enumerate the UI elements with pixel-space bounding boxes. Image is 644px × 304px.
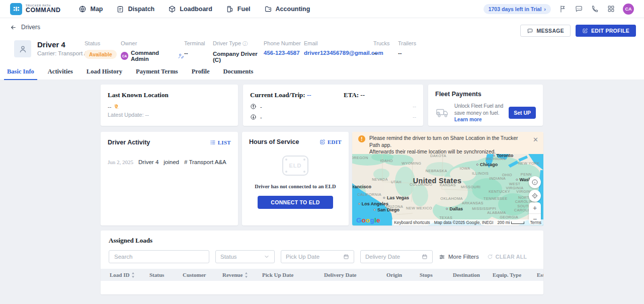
field-value: driver123456789@gmail.com bbox=[304, 50, 373, 56]
tab-basic-info[interactable]: Basic Info bbox=[7, 64, 34, 80]
edit-owner-icon[interactable] bbox=[178, 53, 184, 59]
clear-all-button[interactable]: CLEAR ALL bbox=[487, 254, 527, 260]
field-driver-type: Driver TypeⓘCompany Driver (C) bbox=[213, 40, 264, 63]
nav-item-loadboard[interactable]: Loadboard bbox=[168, 5, 212, 13]
map-state-label: KANSAS bbox=[440, 183, 456, 187]
field-label: Terminal bbox=[184, 40, 213, 46]
brand-main: COMMAND bbox=[26, 7, 60, 14]
map-state-label: UTAH bbox=[391, 180, 401, 184]
pickup-date-picker[interactable]: Pick Up Date bbox=[281, 250, 354, 263]
edit-profile-button[interactable]: EDIT PROFILE bbox=[576, 25, 636, 37]
map-icon bbox=[78, 5, 87, 13]
fleet-payments-card: Fleet Payments $ Unlock Fleet Fuel and s… bbox=[428, 85, 543, 126]
map-state-label: DAKOTA bbox=[430, 154, 446, 158]
back-arrow-icon bbox=[10, 24, 17, 31]
fuel-icon bbox=[226, 5, 234, 13]
page-header: Drivers MESSAGE EDIT PROFILE Driver 4 Ca… bbox=[0, 18, 644, 64]
flag-icon[interactable] bbox=[558, 5, 567, 13]
main-nav: MapDispatchLoadboardFuelAccounting bbox=[78, 5, 310, 13]
map-state-label: ARIZONA bbox=[385, 204, 403, 208]
keyboard-shortcuts[interactable]: Keyboard shortcuts bbox=[392, 219, 432, 225]
map-city-label: Chicago bbox=[476, 162, 498, 167]
status-select[interactable]: Status bbox=[215, 250, 275, 263]
nav-item-fuel[interactable]: Fuel bbox=[226, 5, 251, 13]
chat-icon[interactable] bbox=[575, 5, 583, 13]
city-dot bbox=[493, 155, 495, 157]
sort-icon[interactable] bbox=[131, 272, 135, 278]
nav-label: Map bbox=[90, 6, 103, 13]
zoom-in-button[interactable]: + bbox=[529, 202, 541, 214]
map-panel: ! Please remind the driver to turn on Sh… bbox=[352, 132, 543, 225]
back-to-drivers[interactable]: Drivers bbox=[10, 24, 40, 31]
brand-logo[interactable]: TRUCKER PATH COMMAND bbox=[10, 3, 60, 15]
field-value: Company Driver (C) bbox=[213, 51, 264, 63]
eta-label: ETA: -- bbox=[344, 91, 365, 99]
delivery-date-picker[interactable]: Delivery Date bbox=[360, 250, 433, 263]
tab-load-history[interactable]: Load History bbox=[87, 64, 122, 80]
map-state-label: IOWA bbox=[460, 166, 470, 171]
map-state-label: INDIANA bbox=[490, 176, 506, 181]
edit-hos-button[interactable]: EDIT bbox=[319, 139, 342, 145]
close-icon[interactable]: ✕ bbox=[533, 136, 538, 143]
map-info-button[interactable] bbox=[529, 176, 541, 188]
current-load-value: -- bbox=[307, 91, 311, 99]
stop-eta: -- bbox=[413, 114, 416, 120]
learn-more-link[interactable]: Learn more bbox=[454, 117, 481, 122]
message-button[interactable]: MESSAGE bbox=[520, 25, 571, 37]
nav-label: Loadboard bbox=[180, 6, 212, 13]
phone-icon[interactable] bbox=[591, 5, 599, 13]
map-locate-button[interactable] bbox=[529, 190, 541, 202]
loads-table-empty-row bbox=[101, 281, 543, 294]
column-stops: Stops bbox=[420, 272, 453, 278]
tab-payment-terms[interactable]: Payment Terms bbox=[136, 64, 178, 80]
map-city-label: San Diego bbox=[374, 207, 399, 212]
tab-profile[interactable]: Profile bbox=[192, 64, 210, 80]
column-customer: Customer bbox=[183, 272, 222, 278]
terms-link[interactable]: Terms bbox=[528, 219, 543, 225]
field-link[interactable]: driver123456789@gmail.com bbox=[304, 50, 383, 56]
map-state-label: ARKANSAS bbox=[462, 200, 484, 205]
hours-of-service-card: Hours of Service EDIT ELD Driver has not… bbox=[242, 132, 349, 225]
column-delivery-date: Delivery Date bbox=[324, 272, 386, 278]
map-state-label: OHIO bbox=[502, 173, 512, 177]
list-view-button[interactable]: LIST bbox=[210, 139, 231, 145]
nav-item-dispatch[interactable]: Dispatch bbox=[116, 5, 154, 13]
nav-label: Dispatch bbox=[128, 6, 154, 13]
info-icon: ⓘ bbox=[243, 41, 248, 46]
set-up-button[interactable]: Set UP bbox=[509, 107, 536, 119]
column-revenue[interactable]: Revenue bbox=[222, 272, 262, 278]
column-destination: Destination bbox=[453, 272, 493, 278]
field-trucks: Trucks-- bbox=[373, 40, 398, 63]
map-city-label: Los Angeles bbox=[358, 201, 388, 206]
field-link[interactable]: 456-123-4587 bbox=[264, 50, 300, 56]
activity-entry: Jun 2, 2025 Driver 4 joined # Transport … bbox=[108, 159, 231, 165]
trucker-path-logo-icon bbox=[10, 3, 22, 15]
sort-icon[interactable] bbox=[245, 272, 248, 278]
map-state-label: OREGON bbox=[352, 156, 368, 160]
edit-icon bbox=[582, 28, 588, 34]
card-title: Hours of Service bbox=[249, 138, 299, 145]
field-label: Phone Number bbox=[264, 40, 304, 46]
map-state-label: OKLAHOMA bbox=[440, 196, 463, 201]
column-load-id[interactable]: Load ID bbox=[110, 272, 149, 278]
user-avatar[interactable]: CA bbox=[623, 4, 634, 15]
field-value: -- bbox=[373, 50, 398, 56]
nav-item-map[interactable]: Map bbox=[78, 5, 103, 13]
trial-badge[interactable]: 1703 days left in Trial › bbox=[484, 4, 551, 14]
tab-documents[interactable]: Documents bbox=[223, 64, 254, 80]
apps-grid-icon[interactable] bbox=[607, 5, 615, 13]
city-dot bbox=[476, 164, 478, 166]
list-icon bbox=[210, 139, 216, 145]
more-filters-button[interactable]: More Filters bbox=[439, 254, 479, 260]
map-country-label: United States bbox=[413, 177, 462, 185]
map-city-label: Las Vegas bbox=[383, 195, 409, 200]
calendar-icon bbox=[343, 254, 349, 260]
stop-eta: -- bbox=[413, 104, 416, 109]
connect-to-eld-button[interactable]: CONNECT TO ELD bbox=[258, 196, 333, 209]
field-status: StatusAvailable bbox=[85, 40, 121, 63]
nav-item-accounting[interactable]: Accounting bbox=[264, 5, 310, 13]
tab-activities[interactable]: Activities bbox=[48, 64, 73, 80]
search-input[interactable] bbox=[109, 250, 209, 263]
loads-table-header: Load IDStatusCustomerRevenuePick Up Date… bbox=[101, 269, 543, 281]
google-map[interactable]: DAKOTAOREGONIDAHOWYOMINGNEBRASKAIOWAMICH… bbox=[352, 154, 543, 225]
